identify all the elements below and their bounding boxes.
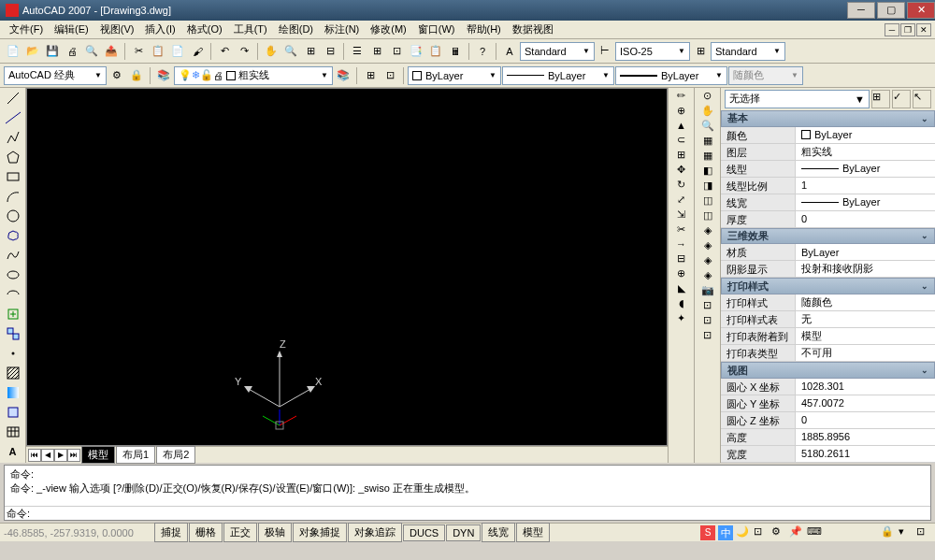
layerstate-icon[interactable]: ⊡ [381, 66, 399, 85]
calc-icon[interactable]: 🖩 [446, 42, 465, 61]
pan-icon[interactable]: ✋ [262, 42, 280, 61]
clean-screen-icon[interactable]: ⊡ [916, 525, 931, 540]
prop-row[interactable]: 圆心 Y 坐标457.0072 [721, 395, 935, 412]
props-select-button[interactable]: ↖ [913, 90, 931, 108]
prop-row[interactable]: 厚度0 [721, 211, 935, 228]
back-view-tool[interactable]: ◫ [703, 209, 712, 222]
arc-tool[interactable] [4, 188, 22, 205]
menu-tools[interactable]: 工具(T) [228, 21, 273, 38]
coords-display[interactable]: -46.8585, -257.9319, 0.0000 [4, 527, 153, 538]
bottom-view-tool[interactable]: ▦ [703, 150, 712, 162]
menu-modify[interactable]: 修改(M) [365, 21, 412, 38]
prop-value[interactable]: 随颜色 [796, 294, 935, 310]
prop-value[interactable]: 无 [796, 311, 935, 327]
ws-lock-icon[interactable]: 🔒 [127, 66, 146, 85]
section-view[interactable]: 视图⌄ [721, 362, 935, 379]
zoom-icon[interactable]: 🔍 [281, 42, 300, 61]
viewport[interactable]: Z X Y [26, 88, 668, 446]
tab-last[interactable]: ⏭ [67, 449, 80, 462]
menu-edit[interactable]: 编辑(E) [49, 21, 94, 38]
command-window[interactable]: 命令: 命令: _-view 输入选项 [?/删除(D)/正交(O)/恢复(R)… [4, 465, 931, 521]
ime-icon[interactable]: S [700, 525, 715, 540]
linetype-combo[interactable]: ByLayer▼ [502, 66, 614, 85]
section-plot[interactable]: 打印样式⌄ [721, 278, 935, 294]
lineweight-combo[interactable]: ByLayer▼ [615, 66, 727, 85]
preview-icon[interactable]: 🔍 [82, 42, 101, 61]
rotate-tool[interactable]: ↻ [677, 179, 685, 191]
layers-icon[interactable]: 📚 [154, 66, 173, 85]
break-tool[interactable]: ⊟ [677, 252, 685, 265]
3dorbit-tool[interactable]: ⊙ [703, 90, 712, 102]
tray-icon-5[interactable]: ⌨ [807, 525, 822, 540]
print-icon[interactable]: 🖨 [63, 42, 81, 61]
redo-icon[interactable]: ↷ [235, 42, 253, 61]
trim-tool[interactable]: ✂ [677, 223, 685, 236]
prop-row[interactable]: 线宽ByLayer [721, 194, 935, 211]
copy-tool[interactable]: ⊕ [677, 105, 685, 117]
revcloud-tool[interactable] [4, 227, 22, 244]
prop-value[interactable]: ByLayer [796, 194, 935, 210]
prop-row[interactable]: 宽度5180.2611 [721, 446, 935, 463]
ortho-toggle[interactable]: 正交 [223, 523, 257, 542]
doc-minimize-button[interactable]: ─ [885, 23, 899, 36]
offset-tool[interactable]: ⊂ [677, 134, 685, 146]
insert-tool[interactable] [4, 306, 22, 323]
prop-value[interactable]: 457.0072 [796, 395, 935, 411]
maximize-button[interactable]: ▢ [877, 2, 905, 19]
plotcolor-combo[interactable]: 随颜色▼ [728, 66, 803, 85]
prop-value[interactable]: 0 [796, 412, 935, 428]
layermgr-icon[interactable]: ⊞ [361, 66, 380, 85]
copy-icon[interactable]: 📋 [149, 42, 167, 61]
xline-tool[interactable] [4, 109, 22, 126]
dimstyle-icon[interactable]: ⊢ [596, 42, 614, 61]
circle-tool[interactable] [4, 208, 22, 224]
dc-icon[interactable]: ⊞ [367, 42, 386, 61]
chamfer-tool[interactable]: ◣ [678, 282, 685, 294]
prop-row[interactable]: 高度1885.8956 [721, 429, 935, 446]
snap-toggle[interactable]: 捕捉 [154, 523, 188, 542]
neiso-tool[interactable]: ◈ [704, 254, 712, 266]
props-pickadd-button[interactable]: ✓ [892, 90, 911, 108]
model-toggle[interactable]: 模型 [516, 523, 550, 542]
otrack-toggle[interactable]: 对象追踪 [348, 523, 402, 542]
extend-tool[interactable]: → [676, 238, 686, 250]
ime-text[interactable]: 中 [718, 525, 733, 540]
match-icon[interactable]: 🖌 [188, 42, 207, 61]
lock-icon[interactable]: 🔒 [881, 525, 896, 540]
ssm-icon[interactable]: 📑 [407, 42, 425, 61]
prop-row[interactable]: 颜色ByLayer [721, 127, 935, 144]
cut-icon[interactable]: ✂ [129, 42, 148, 61]
section-basic[interactable]: 基本⌄ [721, 110, 935, 127]
ellipsearc-tool[interactable] [4, 286, 22, 303]
ducs-toggle[interactable]: DUCS [403, 524, 445, 541]
lwt-toggle[interactable]: 线宽 [482, 523, 515, 542]
array-tool[interactable]: ⊞ [677, 149, 685, 161]
explode-tool[interactable]: ✦ [677, 312, 685, 324]
prop-value[interactable]: ByLayer [796, 127, 935, 143]
new-icon[interactable]: 📄 [4, 42, 22, 61]
prop-value[interactable]: 粗实线 [796, 144, 935, 160]
mirror-tool[interactable]: ▲ [676, 120, 686, 131]
nwiso-tool[interactable]: ◈ [704, 269, 712, 281]
menu-dimension[interactable]: 标注(N) [319, 21, 365, 38]
3dshade-tool[interactable]: ⊡ [703, 329, 712, 341]
menu-file[interactable]: 文件(F) [4, 21, 49, 38]
tab-layout2[interactable]: 布局2 [156, 446, 195, 464]
props-icon[interactable]: ☰ [348, 42, 367, 61]
front-view-tool[interactable]: ◫ [703, 194, 712, 207]
left-view-tool[interactable]: ◧ [703, 165, 712, 177]
polar-toggle[interactable]: 极轴 [258, 523, 292, 542]
menu-window[interactable]: 窗口(W) [412, 21, 461, 38]
prop-row[interactable]: 圆心 Z 坐标0 [721, 412, 935, 429]
spline-tool[interactable] [4, 247, 22, 264]
minimize-button[interactable]: ─ [847, 2, 875, 19]
point-tool[interactable] [4, 345, 22, 362]
tab-prev[interactable]: ◀ [41, 449, 54, 462]
tray-menu-icon[interactable]: ▾ [899, 525, 913, 540]
menu-draw[interactable]: 绘图(D) [273, 21, 319, 38]
move-tool[interactable]: ✥ [677, 164, 685, 176]
join-tool[interactable]: ⊕ [677, 267, 685, 280]
markup-icon[interactable]: 📋 [426, 42, 445, 61]
paste-icon[interactable]: 📄 [168, 42, 187, 61]
stretch-tool[interactable]: ⇲ [677, 208, 685, 221]
